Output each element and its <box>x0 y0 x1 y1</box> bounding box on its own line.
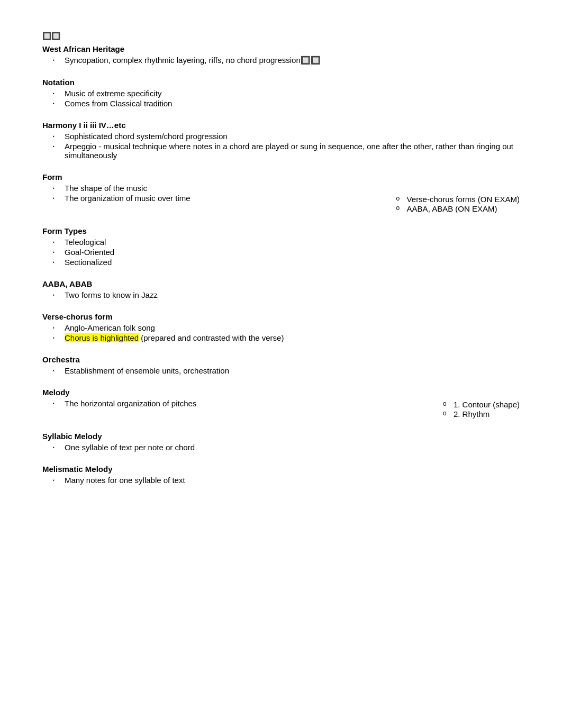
bullet-text: The horizontal organization of pitches <box>65 399 411 408</box>
section-title-orchestra: Orchestra <box>42 355 520 364</box>
bullet-text: Two forms to know in Jazz <box>65 290 520 299</box>
bullet-text: Arpeggio - musical technique where notes… <box>65 142 520 160</box>
sub-bullet-text: Verse-chorus forms (ON EXAM) <box>407 195 520 204</box>
bullet-text: One syllable of text per note or chord <box>65 443 520 452</box>
sub-bullet-icon: o <box>443 410 454 417</box>
section-west-african: West African Heritage▪Syncopation, compl… <box>42 44 520 65</box>
sub-bullet-text: 1. Contour (shape) <box>454 400 520 409</box>
bullet-icon: ▪ <box>53 445 65 450</box>
highlighted-text: Chorus is highlighted <box>65 333 139 342</box>
sub-bullet-text: 2. Rhythm <box>454 410 490 418</box>
section-title-verse-chorus: Verse-chorus form <box>42 312 520 321</box>
bullet-icon: ▪ <box>53 134 65 139</box>
bullet-icon: ▪ <box>53 368 65 373</box>
section-title-harmony: Harmony I ii iii IV…etc <box>42 121 520 130</box>
section-syllabic-melody: Syllabic Melody▪One syllable of text per… <box>42 432 520 452</box>
bullet-icon: ▪ <box>53 186 65 190</box>
sub-bullet-icon: o <box>396 195 407 202</box>
bullet-text: Goal-Oriented <box>65 248 520 257</box>
bullet-icon: ▪ <box>53 260 65 265</box>
bullet-icon: ▪ <box>53 58 65 62</box>
bullet-item: ▪The organization of music over timeo Ve… <box>42 194 520 214</box>
bullet-item: ▪Many notes for one syllable of text <box>42 476 520 485</box>
bullet-item: ▪Teleological <box>42 238 520 247</box>
section-aaba-abab: AABA, ABAB▪Two forms to know in Jazz <box>42 279 520 299</box>
bullet-text: Sectionalized <box>65 258 520 267</box>
bullet-text: Sophisticated chord system/chord progres… <box>65 132 520 141</box>
bullet-icon: ▪ <box>53 250 65 254</box>
section-verse-chorus: Verse-chorus form▪Anglo-American folk so… <box>42 312 520 342</box>
bullet-icon: ▪ <box>53 325 65 330</box>
bullet-item: ▪The horizontal organization of pitcheso… <box>42 399 520 419</box>
sub-item: o Verse-chorus forms (ON EXAM) <box>365 195 520 204</box>
bullet-text: The shape of the music <box>65 184 520 193</box>
bullet-item: ▪Arpeggio - musical technique where note… <box>42 142 520 160</box>
sub-bullet-text: AABA, ABAB (ON EXAM) <box>407 204 497 213</box>
bullet-text: Anglo-American folk song <box>65 323 520 332</box>
section-form: Form▪The shape of the music▪The organiza… <box>42 172 520 214</box>
bullet-item: ▪Anglo-American folk song <box>42 323 520 332</box>
bullet-text: Establishment of ensemble units, orchest… <box>65 366 520 375</box>
section-title-melody: Melody <box>42 388 520 397</box>
text-after-highlight: (prepared and contrasted with the verse) <box>139 333 284 342</box>
bullet-item: ▪Sectionalized <box>42 258 520 267</box>
section-title-notation: Notation <box>42 78 520 87</box>
bullet-icon: ▪ <box>53 401 65 406</box>
main-content: West African Heritage▪Syncopation, compl… <box>42 44 520 485</box>
section-title-form-types: Form Types <box>42 226 520 235</box>
sub-item: o AABA, ABAB (ON EXAM) <box>365 204 520 213</box>
bullet-text: Music of extreme specificity <box>65 89 520 98</box>
section-melody: Melody▪The horizontal organization of pi… <box>42 388 520 419</box>
bullet-item: ▪Goal-Oriented <box>42 248 520 257</box>
bullet-item: ▪Chorus is highlighted (prepared and con… <box>42 333 520 342</box>
section-harmony: Harmony I ii iii IV…etc▪Sophisticated ch… <box>42 121 520 160</box>
bullet-item: ▪Sophisticated chord system/chord progre… <box>42 132 520 141</box>
bullet-icon: ▪ <box>53 101 65 106</box>
section-orchestra: Orchestra▪Establishment of ensemble unit… <box>42 355 520 375</box>
sub-item: o 2. Rhythm <box>411 410 520 418</box>
bullet-text: Many notes for one syllable of text <box>65 476 520 485</box>
section-title-syllabic-melody: Syllabic Melody <box>42 432 520 441</box>
bullet-text: Chorus is highlighted (prepared and cont… <box>65 333 520 342</box>
bullet-text: Comes from Classical tradition <box>65 99 520 108</box>
sub-bullet-icon: o <box>443 400 454 407</box>
bullet-item: ▪The shape of the music <box>42 184 520 193</box>
section-melismatic-melody: Melismatic Melody▪Many notes for one syl… <box>42 465 520 485</box>
sub-bullet-icon: o <box>396 204 407 212</box>
bullet-item: ▪Syncopation, complex rhythmic layering,… <box>42 56 520 65</box>
bullet-icon: ▪ <box>53 335 65 340</box>
section-form-types: Form Types▪Teleological▪Goal-Oriented▪Se… <box>42 226 520 267</box>
section-title-melismatic-melody: Melismatic Melody <box>42 465 520 474</box>
section-title-aaba-abab: AABA, ABAB <box>42 279 520 288</box>
bullet-text: Teleological <box>65 238 520 247</box>
section-title-form: Form <box>42 172 520 181</box>
bullet-item: ▪Establishment of ensemble units, orches… <box>42 366 520 375</box>
section-notation: Notation▪Music of extreme specificity▪Co… <box>42 78 520 108</box>
bullet-item: ▪Music of extreme specificity <box>42 89 520 98</box>
bullet-icon: ▪ <box>53 144 65 149</box>
bullet-icon: ▪ <box>53 478 65 483</box>
bullet-icon: ▪ <box>53 240 65 244</box>
bullet-text: The organization of music over time <box>65 194 365 203</box>
bullet-text: Syncopation, complex rhythmic layering, … <box>65 56 520 65</box>
sub-item: o 1. Contour (shape) <box>411 400 520 409</box>
bullet-icon: ▪ <box>53 196 65 201</box>
bullet-icon: ▪ <box>53 293 65 297</box>
bullet-item: ▪Comes from Classical tradition <box>42 99 520 108</box>
bullet-icon: ▪ <box>53 91 65 96</box>
bullet-item: ▪Two forms to know in Jazz <box>42 290 520 299</box>
bullet-item: ▪One syllable of text per note or chord <box>42 443 520 452</box>
section-title-west-african: West African Heritage <box>42 44 520 53</box>
top-symbols: 🔲🔲 <box>42 32 520 40</box>
